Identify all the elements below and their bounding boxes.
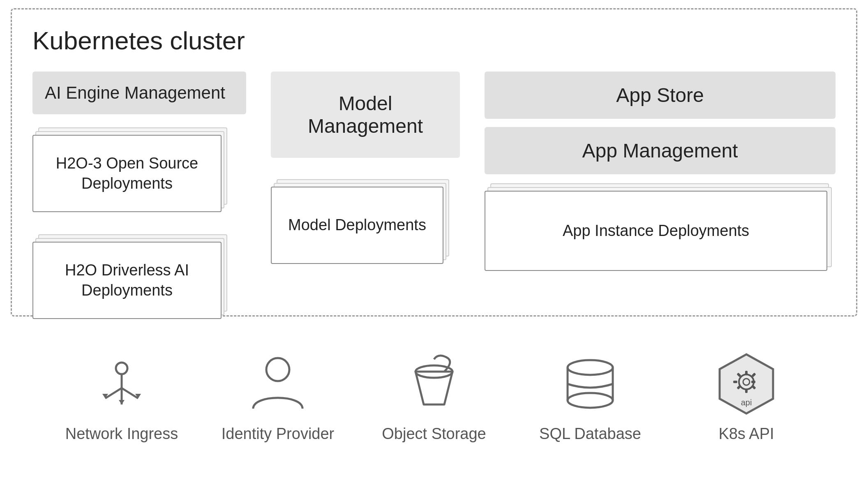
sql-database-label: SQL Database <box>539 425 641 443</box>
svg-point-8 <box>266 358 289 381</box>
app-instance-label: App Instance Deployments <box>559 217 753 245</box>
app-column: App Store App Management App Instance De… <box>485 72 836 277</box>
ai-engine-header: AI Engine Management <box>32 72 246 114</box>
svg-point-13 <box>568 393 613 408</box>
model-card-front: Model Deployments <box>271 187 443 264</box>
network-ingress-label: Network Ingress <box>65 425 178 443</box>
svg-text:api: api <box>741 398 752 407</box>
object-storage-item: Object Storage <box>356 351 512 443</box>
app-store-box: App Store <box>485 72 836 119</box>
svg-rect-17 <box>745 371 748 375</box>
model-deploy-stack: Model Deployments <box>271 187 456 269</box>
identity-provider-item: Identity Provider <box>200 351 356 443</box>
k8s-cluster: Kubernetes cluster AI Engine Management … <box>11 8 857 317</box>
ai-engine-column: AI Engine Management H2O-3 Open Source D… <box>32 72 246 324</box>
svg-rect-20 <box>751 381 755 383</box>
network-ingress-item: Network Ingress <box>44 351 200 443</box>
svg-line-2 <box>105 388 122 398</box>
object-storage-label: Object Storage <box>382 425 486 443</box>
cluster-content: AI Engine Management H2O-3 Open Source D… <box>32 72 836 295</box>
h2o3-stack: H2O-3 Open Source Deployments <box>32 135 234 217</box>
object-storage-icon <box>401 351 467 417</box>
h2o-dai-stack: H2O Driverless AI Deployments <box>32 242 234 324</box>
sql-database-icon <box>557 351 623 417</box>
svg-point-0 <box>116 363 127 374</box>
h2o3-card-front: H2O-3 Open Source Deployments <box>32 135 222 212</box>
model-deploy-label: Model Deployments <box>284 211 430 239</box>
app-card-front: App Instance Deployments <box>485 191 827 271</box>
model-column: Model Management Model Deployments <box>271 72 460 269</box>
h2o3-label: H2O-3 Open Source Deployments <box>33 149 221 198</box>
app-instance-stack: App Instance Deployments <box>485 191 836 277</box>
model-header: Model Management <box>271 72 460 158</box>
dai-card-front: H2O Driverless AI Deployments <box>32 242 222 319</box>
svg-point-10 <box>568 360 613 375</box>
svg-rect-19 <box>733 381 737 383</box>
sql-database-item: SQL Database <box>512 351 668 443</box>
network-ingress-icon <box>89 351 155 417</box>
svg-rect-18 <box>745 389 748 393</box>
identity-provider-icon <box>245 351 311 417</box>
k8s-api-label: K8s API <box>718 425 774 443</box>
app-management-box: App Management <box>485 127 836 174</box>
svg-line-3 <box>122 388 138 398</box>
bottom-section: Network Ingress Identity Provider Object… <box>11 317 857 473</box>
identity-provider-label: Identity Provider <box>222 425 335 443</box>
svg-marker-7 <box>119 400 125 404</box>
cluster-title: Kubernetes cluster <box>32 26 836 55</box>
main-container: Kubernetes cluster AI Engine Management … <box>11 8 857 481</box>
k8s-api-item: api K8s API <box>668 351 824 443</box>
dai-label: H2O Driverless AI Deployments <box>33 256 221 305</box>
k8s-api-icon: api <box>713 351 779 417</box>
